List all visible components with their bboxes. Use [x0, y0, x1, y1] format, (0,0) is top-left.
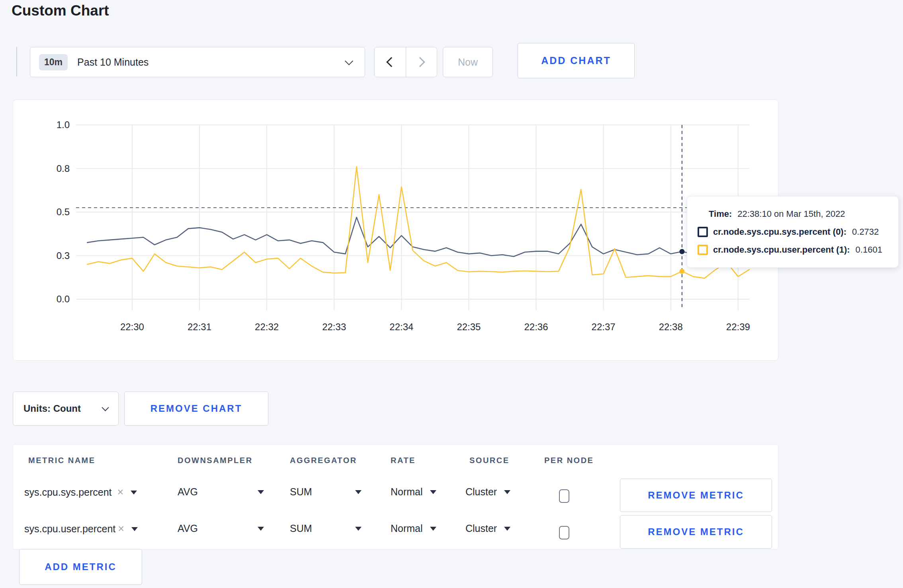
col-header-aggregator: AGGREGATOR [290, 456, 357, 465]
rate-value: Normal [391, 486, 423, 498]
svg-text:0.8: 0.8 [57, 163, 70, 174]
downsampler-value: AVG [178, 523, 198, 534]
metric-name-label: sys.cpu.sys.percent [24, 487, 112, 498]
caret-down-icon [355, 527, 362, 531]
tooltip-series-label: cr.node.sys.cpu.user.percent (1): [713, 245, 850, 255]
next-range-button[interactable] [406, 47, 437, 77]
chevron-right-icon [415, 57, 425, 67]
caret-down-icon [430, 490, 436, 494]
source-select[interactable]: Cluster [465, 486, 510, 498]
time-range-select[interactable]: 10m Past 10 Minutes [30, 47, 365, 77]
svg-text:22:39: 22:39 [726, 321, 750, 332]
remove-metric-button[interactable]: REMOVE METRIC [620, 515, 772, 549]
downsampler-select[interactable]: AVG [178, 523, 264, 534]
time-range-badge: 10m [39, 54, 68, 70]
add-chart-button[interactable]: ADD CHART [518, 43, 635, 78]
metric-name-label: sys.cpu.user.percent [24, 523, 115, 535]
tooltip-time-row: Time: 22:38:10 on Mar 15th, 2022 [709, 209, 898, 219]
aggregator-value: SUM [290, 523, 312, 534]
tooltip-series-value: 0.1601 [856, 245, 882, 255]
svg-text:22:35: 22:35 [457, 321, 481, 332]
aggregator-value: SUM [290, 486, 312, 498]
svg-text:22:36: 22:36 [524, 321, 548, 332]
svg-text:0.3: 0.3 [57, 250, 70, 261]
svg-text:1.0: 1.0 [57, 119, 70, 130]
clear-metric-x-icon[interactable]: × [117, 486, 124, 498]
col-header-metric-name: METRIC NAME [28, 456, 96, 465]
svg-text:0.0: 0.0 [57, 294, 70, 304]
caret-down-icon [258, 490, 264, 494]
svg-text:22:33: 22:33 [322, 321, 346, 332]
svg-text:22:31: 22:31 [188, 321, 211, 332]
caret-down-icon [430, 527, 436, 531]
caret-down-icon [131, 491, 137, 495]
svg-text:22:32: 22:32 [255, 321, 279, 332]
chevron-down-icon [345, 56, 353, 65]
svg-text:22:34: 22:34 [389, 321, 413, 332]
source-value: Cluster [465, 486, 497, 498]
per-node-checkbox[interactable] [559, 526, 569, 539]
caret-down-icon [504, 527, 510, 531]
source-value: Cluster [465, 523, 497, 534]
downsampler-select[interactable]: AVG [178, 486, 264, 498]
add-metric-button[interactable]: ADD METRIC [19, 549, 142, 585]
per-node-checkbox[interactable] [559, 489, 569, 503]
toolbar-divider [16, 47, 17, 76]
user-series-swatch-icon [698, 245, 708, 255]
units-label: Units: Count [23, 403, 81, 414]
sys-series-swatch-icon [698, 227, 708, 237]
metric-name-select[interactable]: sys.cpu.user.percent × [24, 523, 138, 535]
time-range-label: Past 10 Minutes [77, 56, 149, 68]
col-header-source: SOURCE [469, 456, 510, 465]
chart-tooltip: Time: 22:38:10 on Mar 15th, 2022 cr.node… [687, 196, 899, 268]
tooltip-series-row: cr.node.sys.cpu.user.percent (1): 0.1601 [698, 245, 898, 255]
time-step-button-group [374, 47, 437, 77]
clear-metric-x-icon[interactable]: × [118, 523, 124, 535]
aggregator-select[interactable]: SUM [290, 486, 362, 498]
metrics-table: METRIC NAME DOWNSAMPLER AGGREGATOR RATE … [13, 444, 778, 549]
custom-chart-page: Custom Chart 10m Past 10 Minutes Now ADD… [0, 0, 903, 588]
source-select[interactable]: Cluster [465, 523, 510, 534]
svg-text:22:37: 22:37 [592, 321, 616, 332]
prev-range-button[interactable] [375, 47, 406, 77]
time-series-chart[interactable]: 0.00.30.50.81.022:3022:3122:3222:3322:34… [13, 100, 778, 360]
svg-text:22:38: 22:38 [659, 321, 683, 332]
caret-down-icon [131, 527, 138, 531]
svg-text:22:30: 22:30 [120, 321, 144, 332]
remove-metric-button[interactable]: REMOVE METRIC [620, 479, 772, 512]
chart-card: 0.00.30.50.81.022:3022:3122:3222:3322:34… [13, 99, 778, 361]
chevron-left-icon [386, 57, 396, 67]
col-header-downsampler: DOWNSAMPLER [178, 456, 253, 465]
downsampler-value: AVG [178, 486, 198, 498]
metric-name-select[interactable]: sys.cpu.sys.percent × [24, 486, 137, 498]
caret-down-icon [258, 527, 264, 531]
tooltip-time-value: 22:38:10 on Mar 15th, 2022 [737, 209, 845, 219]
caret-down-icon [355, 490, 362, 494]
page-title: Custom Chart [12, 2, 109, 19]
remove-chart-button[interactable]: REMOVE CHART [124, 391, 268, 426]
aggregator-select[interactable]: SUM [290, 523, 362, 534]
chevron-down-icon [102, 404, 109, 411]
rate-value: Normal [391, 523, 423, 534]
rate-select[interactable]: Normal [391, 486, 436, 498]
caret-down-icon [504, 490, 510, 494]
tooltip-time-label: Time: [709, 209, 732, 219]
tooltip-series-value: 0.2732 [852, 227, 879, 237]
units-select[interactable]: Units: Count [13, 391, 119, 426]
tooltip-series-row: cr.node.sys.cpu.sys.percent (0): 0.2732 [698, 227, 898, 237]
now-button[interactable]: Now [443, 47, 493, 77]
col-header-rate: RATE [391, 456, 416, 465]
col-header-per-node: PER NODE [544, 456, 594, 465]
rate-select[interactable]: Normal [391, 523, 436, 534]
svg-text:0.5: 0.5 [57, 206, 70, 217]
tooltip-series-label: cr.node.sys.cpu.sys.percent (0): [713, 227, 846, 237]
